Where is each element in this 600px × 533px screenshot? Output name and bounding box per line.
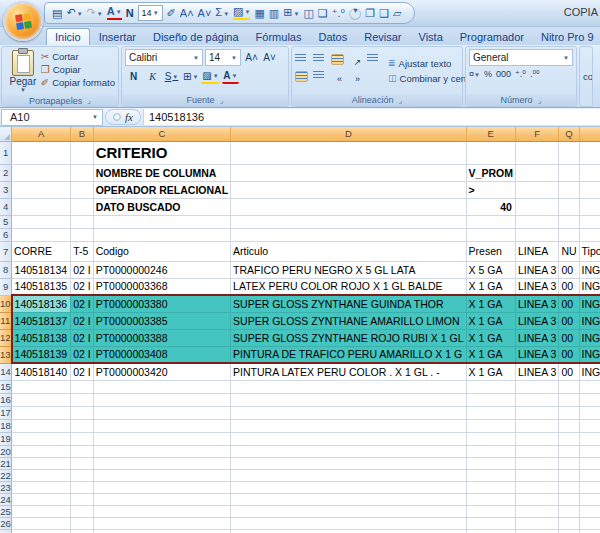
cell-R22[interactable] — [579, 469, 600, 481]
cell-R20[interactable] — [579, 445, 600, 457]
cell-R4[interactable] — [579, 198, 600, 215]
row-header-11[interactable]: 11 — [0, 312, 12, 329]
cell-D26[interactable] — [231, 517, 466, 529]
cell-C21[interactable] — [93, 457, 230, 469]
cell-F11[interactable]: LINEA 3 — [515, 312, 559, 329]
cell-D2[interactable] — [231, 164, 466, 181]
cell-E25[interactable] — [466, 505, 515, 517]
cell-R12[interactable]: INGRESO I — [579, 329, 600, 346]
tab-fórmulas[interactable]: Fórmulas — [248, 29, 310, 45]
cell-Q3[interactable] — [559, 181, 579, 198]
cell-F12[interactable]: LINEA 3 — [515, 329, 559, 346]
insert-comment-icon[interactable]: ❏ — [318, 6, 328, 20]
cell-A8[interactable]: 140518134 — [12, 261, 71, 278]
cell-B16[interactable] — [71, 393, 94, 406]
row-header-9[interactable]: 9 — [0, 278, 12, 295]
cell-A14[interactable]: 140518140 — [12, 363, 71, 380]
cell-D25[interactable] — [231, 505, 466, 517]
cell-E19[interactable] — [466, 432, 515, 445]
cell-B6[interactable] — [71, 228, 94, 241]
cell-R15[interactable] — [579, 380, 600, 393]
cell-C24[interactable] — [93, 493, 230, 505]
cell-D10[interactable]: SUPER GLOSS ZYNTHANE GUINDA THOR — [231, 295, 466, 312]
cell-C22[interactable] — [93, 469, 230, 481]
cell-F19[interactable] — [515, 432, 559, 445]
cell-F17[interactable] — [515, 406, 559, 419]
cell-D20[interactable] — [231, 445, 466, 457]
cell-F24[interactable] — [515, 493, 559, 505]
cell-Q17[interactable] — [559, 406, 579, 419]
underline-button[interactable]: S▼ — [163, 69, 180, 84]
cell-D3[interactable] — [231, 181, 466, 198]
cell-E24[interactable] — [466, 493, 515, 505]
tab-datos[interactable]: Datos — [310, 29, 355, 45]
borders-icon[interactable]: ⊞▼ — [283, 5, 299, 20]
cell-Q2[interactable] — [559, 164, 579, 181]
cell-E16[interactable] — [466, 393, 515, 406]
row-header-14[interactable]: 14 — [0, 363, 12, 380]
cell-F18[interactable] — [515, 419, 559, 432]
cell-F4[interactable] — [515, 198, 559, 215]
dialog-launcher-icon[interactable]: ⌟ — [220, 96, 224, 105]
cell-C18[interactable] — [93, 419, 230, 432]
cell-E12[interactable]: X 1 GA — [466, 329, 515, 346]
cell-B23[interactable] — [71, 481, 94, 493]
cell-C15[interactable] — [93, 380, 230, 393]
cell-Q7[interactable]: NU — [559, 241, 579, 261]
cell-D13[interactable]: PINTURA DE TRAFICO PERU AMARILLO X 1 G — [231, 346, 466, 363]
column-header-E[interactable]: E — [466, 127, 515, 141]
cell-Q18[interactable] — [559, 419, 579, 432]
cell-E26[interactable] — [466, 517, 515, 529]
cell-A13[interactable]: 140518139 — [12, 346, 71, 363]
grow-font-icon[interactable]: A˄ — [180, 6, 194, 20]
increase-decimal-icon[interactable]: ⁺.⁰ — [515, 69, 526, 79]
cell-E22[interactable] — [466, 469, 515, 481]
cell-D16[interactable] — [231, 393, 466, 406]
cell-Q15[interactable] — [559, 380, 579, 393]
row-header-7[interactable]: 7 — [0, 241, 12, 261]
cell-C1[interactable]: CRITERIO — [93, 141, 230, 164]
increase-decimal-icon[interactable]: ⁺.⁰ — [332, 6, 345, 20]
row-header-27[interactable]: 27 — [0, 529, 12, 533]
cell-B18[interactable] — [71, 419, 94, 432]
cell-B20[interactable] — [71, 445, 94, 457]
cell-R9[interactable]: INGRESO I — [579, 278, 600, 295]
dialog-launcher-icon[interactable]: ⌟ — [87, 96, 91, 105]
cell-A27[interactable] — [12, 529, 71, 533]
cell-C8[interactable]: PT0000000246 — [93, 261, 230, 278]
cell-B19[interactable] — [71, 432, 94, 445]
fill-color-icon[interactable]: ▨▼ — [233, 6, 250, 20]
font-color-icon[interactable]: A▼ — [107, 6, 122, 20]
row-header-4[interactable]: 4 — [0, 198, 12, 215]
cell-A24[interactable] — [12, 493, 71, 505]
row-header-3[interactable]: 3 — [0, 181, 12, 198]
cell-E10[interactable]: X 1 GA — [466, 295, 515, 312]
copy-button[interactable]: ❐Copiar — [41, 64, 115, 75]
cell-Q13[interactable]: 00 — [559, 346, 579, 363]
cell-R17[interactable] — [579, 406, 600, 419]
cell-B3[interactable] — [71, 181, 94, 198]
cell-B11[interactable]: 02 I — [71, 312, 94, 329]
select-all-corner[interactable] — [0, 127, 12, 141]
cell-A26[interactable] — [12, 517, 71, 529]
cell-A9[interactable]: 140518135 — [12, 278, 71, 295]
autosum-icon[interactable]: Σ▼ — [215, 5, 229, 20]
row-header-5[interactable]: 5 — [0, 215, 12, 228]
cell-B27[interactable] — [71, 529, 94, 533]
align-top-button[interactable] — [295, 54, 306, 63]
cell-F8[interactable]: LINEA 3 — [515, 261, 559, 278]
undo-icon[interactable]: ↶▼ — [66, 5, 82, 20]
row-header-23[interactable]: 23 — [0, 481, 12, 493]
cell-E15[interactable] — [466, 380, 515, 393]
row-header-1[interactable]: 1 — [0, 141, 12, 164]
row-header-2[interactable]: 2 — [0, 164, 12, 181]
format-painter-button[interactable]: ✐Copiar formato — [41, 77, 115, 88]
cell-Q22[interactable] — [559, 469, 579, 481]
cell-D15[interactable] — [231, 380, 466, 393]
grow-font-button[interactable]: A˄ — [243, 50, 260, 65]
cell-A25[interactable] — [12, 505, 71, 517]
cell-B25[interactable] — [71, 505, 94, 517]
cell-C19[interactable] — [93, 432, 230, 445]
cell-F5[interactable] — [515, 215, 559, 228]
row-header-26[interactable]: 26 — [0, 517, 12, 529]
